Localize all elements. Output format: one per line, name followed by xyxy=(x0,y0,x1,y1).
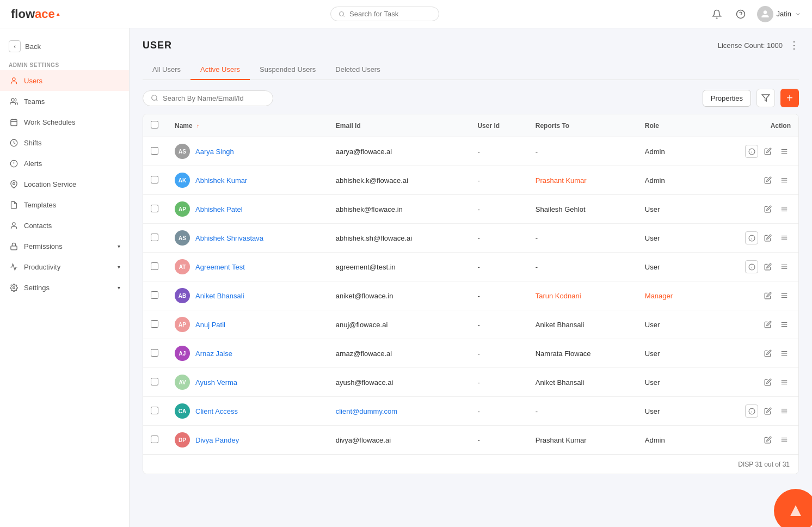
edit-button[interactable] xyxy=(761,289,774,302)
more-row-button[interactable] xyxy=(778,376,791,389)
row-checkbox[interactable] xyxy=(151,262,158,270)
user-id-cell: - xyxy=(470,368,527,397)
properties-button[interactable]: Properties xyxy=(703,90,751,107)
user-name-link[interactable]: Ayush Verma xyxy=(195,378,237,387)
user-name-link[interactable]: Aarya Singh xyxy=(195,148,234,156)
user-search-box[interactable] xyxy=(143,90,273,106)
more-row-button[interactable] xyxy=(778,174,791,187)
edit-button[interactable] xyxy=(761,260,774,273)
role-cell: User xyxy=(637,224,704,253)
user-avatar: AP xyxy=(175,201,190,217)
row-checkbox[interactable] xyxy=(151,147,158,155)
notifications-button[interactable] xyxy=(709,7,724,22)
sidebar-item-shifts[interactable]: Shifts xyxy=(0,132,129,153)
edit-button[interactable] xyxy=(761,405,774,418)
user-name-link[interactable]: Abhishek Shrivastava xyxy=(195,234,263,242)
row-checkbox[interactable] xyxy=(151,320,158,328)
add-user-button[interactable]: + xyxy=(780,89,799,107)
row-checkbox[interactable] xyxy=(151,349,158,357)
app-logo[interactable]: flowace▲ xyxy=(11,7,61,21)
select-all-checkbox[interactable] xyxy=(151,121,158,128)
settings-chevron-icon: ▾ xyxy=(118,285,120,291)
role-value: Admin xyxy=(645,436,665,444)
row-checkbox[interactable] xyxy=(151,176,158,183)
back-button[interactable]: ‹ Back xyxy=(0,35,129,58)
sidebar-item-productivity[interactable]: Productivity ▾ xyxy=(0,256,129,277)
user-menu[interactable]: Jatin xyxy=(757,6,801,22)
user-name-link[interactable]: Anuj Patil xyxy=(195,321,225,329)
more-row-button[interactable] xyxy=(778,405,791,418)
info-button[interactable] xyxy=(745,405,758,418)
sidebar-item-alerts[interactable]: Alerts xyxy=(0,153,129,174)
row-checkbox[interactable] xyxy=(151,234,158,241)
edit-button[interactable] xyxy=(761,347,774,360)
tab-suspended-users[interactable]: Suspended Users xyxy=(250,60,325,80)
users-table-container: Name ↑ Email Id User Id Reports To Role … xyxy=(143,114,799,474)
svg-point-3 xyxy=(13,77,15,80)
table-row: AJ Arnaz Jalse arnaz@flowace.ai - Namrat… xyxy=(143,339,798,368)
more-options-button[interactable]: ⋮ xyxy=(789,39,799,51)
sort-icon[interactable]: ↑ xyxy=(196,123,199,129)
edit-button[interactable] xyxy=(761,174,774,187)
edit-button[interactable] xyxy=(761,231,774,244)
user-name-link[interactable]: Abhishek Kumar xyxy=(195,176,247,185)
user-name-link[interactable]: Divya Pandey xyxy=(195,436,239,444)
row-checkbox[interactable] xyxy=(151,291,158,299)
row-checkbox[interactable] xyxy=(151,436,158,443)
sidebar-item-work-schedules[interactable]: Work Schedules xyxy=(0,112,129,132)
more-row-button[interactable] xyxy=(778,289,791,302)
reports-to-link[interactable]: Prashant Kumar xyxy=(536,176,587,185)
more-row-button[interactable] xyxy=(778,203,791,216)
user-name-link[interactable]: Arnaz Jalse xyxy=(195,350,232,358)
user-tabs: All Users Active Users Suspended Users D… xyxy=(143,60,799,80)
sidebar-item-label-teams: Teams xyxy=(24,97,45,106)
sidebar-item-templates[interactable]: Templates xyxy=(0,194,129,215)
role-cell: User xyxy=(637,253,704,281)
user-name-link[interactable]: Aniket Bhansali xyxy=(195,292,244,300)
email-link[interactable]: client@dummy.com xyxy=(336,407,397,415)
table-body: AS Aarya Singh aarya@flowace.ai - - Admi… xyxy=(143,137,798,455)
row-checkbox[interactable] xyxy=(151,205,158,212)
more-row-button[interactable] xyxy=(778,260,791,273)
sidebar-item-teams[interactable]: Teams xyxy=(0,91,129,112)
user-name-link[interactable]: Client Access xyxy=(195,407,238,415)
edit-button[interactable] xyxy=(761,145,774,158)
sidebar-item-location-service[interactable]: Location Service xyxy=(0,174,129,194)
svg-rect-15 xyxy=(10,246,16,249)
row-checkbox[interactable] xyxy=(151,407,158,414)
more-row-button[interactable] xyxy=(778,347,791,360)
table-scroll[interactable]: Name ↑ Email Id User Id Reports To Role … xyxy=(143,114,798,455)
edit-button[interactable] xyxy=(761,318,774,331)
more-row-button[interactable] xyxy=(778,433,791,446)
tab-active-users[interactable]: Active Users xyxy=(190,60,250,80)
edit-button[interactable] xyxy=(761,376,774,389)
admin-settings-label: ADMIN SETTINGS xyxy=(0,58,129,70)
task-search-input[interactable] xyxy=(349,10,431,18)
info-button[interactable] xyxy=(745,260,758,273)
permissions-icon xyxy=(9,241,19,251)
sidebar-item-permissions[interactable]: Permissions ▾ xyxy=(0,236,129,256)
more-row-button[interactable] xyxy=(778,145,791,158)
info-button[interactable] xyxy=(745,145,758,158)
sidebar-item-users[interactable]: Users xyxy=(0,70,129,91)
more-row-button[interactable] xyxy=(778,318,791,331)
reports-to-link[interactable]: Tarun Kodnani xyxy=(536,292,581,300)
user-name-link[interactable]: Agreement Test xyxy=(195,263,245,271)
sidebar-item-label-settings: Settings xyxy=(24,284,50,292)
edit-button[interactable] xyxy=(761,433,774,446)
filter-button[interactable] xyxy=(756,89,775,107)
user-search-input[interactable] xyxy=(163,94,261,102)
more-row-button[interactable] xyxy=(778,231,791,244)
row-checkbox[interactable] xyxy=(151,378,158,385)
info-button[interactable] xyxy=(745,231,758,244)
sidebar-item-contacts[interactable]: Contacts xyxy=(0,215,129,236)
tab-all-users[interactable]: All Users xyxy=(143,60,190,80)
user-id-cell: - xyxy=(470,339,527,368)
user-name-link[interactable]: Abhishek Patel xyxy=(195,205,243,213)
task-search-box[interactable] xyxy=(330,7,439,21)
tab-deleted-users[interactable]: Deleted Users xyxy=(325,60,390,80)
sidebar-item-settings[interactable]: Settings ▾ xyxy=(0,277,129,298)
reports-to-value: Aniket Bhansali xyxy=(536,321,585,329)
edit-button[interactable] xyxy=(761,203,774,216)
help-button[interactable] xyxy=(733,7,748,22)
